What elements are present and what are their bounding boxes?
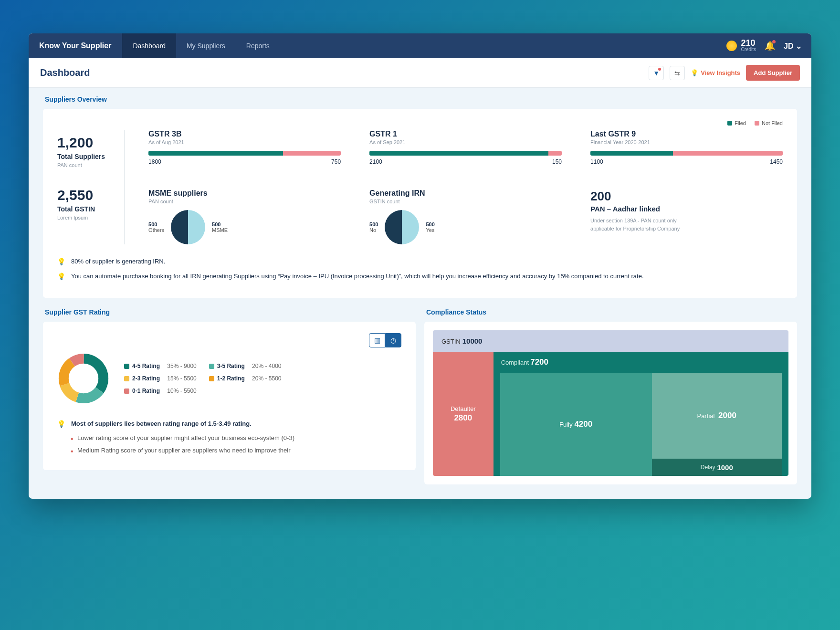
add-supplier-button[interactable]: Add Supplier [746,65,800,81]
tab-dashboard[interactable]: Dashboard [122,33,176,58]
second-row: Supplier GST Rating ▥ ◴ [43,308,797,484]
msme-pie [171,210,205,244]
user-menu[interactable]: JD ⌄ [784,42,802,51]
top-nav: Know Your Supplier Dashboard My Supplier… [29,33,811,58]
rating-card: ▥ ◴ 4-5 Rating 35% - 9000 [43,322,416,470]
compliant-node[interactable]: Compliant7200 Fully4200 Partial 2000 Del… [494,352,788,476]
compliance-title: Compliance Status [426,308,797,316]
gstr9-bar [590,151,783,156]
gstr1-bar [369,151,562,156]
filed-swatch [727,121,732,126]
bar-chart-icon: ▥ [374,336,380,344]
partial-node[interactable]: Partial 2000 [652,373,782,459]
aadhar-linked: 200 PAN – Aadhar linked Under section 13… [590,189,783,244]
not-filed-swatch [755,121,759,126]
toggle-button[interactable]: ⇆ [670,66,685,80]
content: Suppliers Overview Filed Not Filed 1,200… [29,88,811,499]
gstr9-metric: Last GSTR 9 Financial Year 2020-2021 110… [590,130,783,165]
stat-column: 1,200 Total Suppliers PAN count 2,550 To… [57,130,125,244]
bar-chart-toggle[interactable]: ▥ [369,333,385,347]
tab-my-suppliers[interactable]: My Suppliers [176,33,236,58]
overview-title: Suppliers Overview [45,95,797,103]
irn-metric: Generating IRN GSTIN count 500No 500Yes [369,189,562,244]
pie-chart-icon: ◴ [390,336,396,344]
bulb-icon: 💡 [57,419,65,429]
tab-reports[interactable]: Reports [236,33,280,58]
defaulter-node[interactable]: Defaulter2800 [433,352,494,476]
compliance-treemap: GSTIN10000 Defaulter2800 Compliant7200 F… [433,330,788,476]
gstr3b-bar [148,151,341,156]
page-title: Dashboard [40,67,90,78]
metric-grid: GSTR 3B As of Aug 2021 1800750 GSTR 1 As… [148,130,783,244]
chart-toggle: ▥ ◴ [57,333,401,347]
bulb-icon: 💡 [57,257,65,267]
gstr3b-metric: GSTR 3B As of Aug 2021 1800750 [148,130,341,165]
overview-card: Filed Not Filed 1,200 Total Suppliers PA… [43,109,797,298]
credits[interactable]: 210 Credits [726,38,756,53]
rating-insights: 💡Most of suppliers lies between rating r… [57,419,401,455]
sub-header: Dashboard ▼ ⇆ 💡View Insights Add Supplie… [29,58,811,88]
credits-label: Credits [741,47,756,52]
rating-bullet: Lower rating score of your supplier migh… [71,434,401,442]
msme-metric: MSME suppliers PAN count 500Others 500MS… [148,189,341,244]
fully-node[interactable]: Fully4200 [500,373,652,476]
view-insights-link[interactable]: 💡View Insights [691,69,740,76]
total-gstin-stat: 2,550 Total GSTIN Lorem Ipsum [57,187,105,220]
rating-title: Supplier GST Rating [45,308,416,316]
filed-legend: Filed Not Filed [57,120,783,126]
toggle-icon: ⇆ [674,69,680,77]
rating-legend: 4-5 Rating 35% - 9000 3-5 Rating 20% - 4… [124,363,282,394]
overview-insights: 💡80% of supplier is generating IRN. 💡You… [57,257,783,282]
pie-chart-toggle[interactable]: ◴ [385,333,401,347]
irn-pie [385,210,419,244]
filter-icon: ▼ [653,69,660,77]
top-right: 210 Credits 🔔 JD ⌄ [726,38,811,53]
nav-tabs: Dashboard My Suppliers Reports [122,33,280,58]
gstr1-metric: GSTR 1 As of Sep 2021 2100150 [369,130,562,165]
bell-icon[interactable]: 🔔 [765,41,775,51]
brand: Know Your Supplier [29,33,122,58]
rating-donut [57,352,110,405]
rating-bullet: Medium Rating score of your supplier are… [71,446,401,455]
bulb-icon: 💡 [57,272,65,282]
total-suppliers-stat: 1,200 Total Suppliers PAN count [57,135,105,168]
treemap-header: GSTIN10000 [433,330,788,352]
filter-button[interactable]: ▼ [649,66,664,80]
coin-icon [726,41,737,51]
compliance-card: GSTIN10000 Defaulter2800 Compliant7200 F… [424,322,797,484]
bulb-icon: 💡 [691,69,698,76]
app-window: Know Your Supplier Dashboard My Supplier… [29,33,811,499]
sub-header-actions: ▼ ⇆ 💡View Insights Add Supplier [649,65,800,81]
delay-node[interactable]: Delay1000 [652,459,782,476]
